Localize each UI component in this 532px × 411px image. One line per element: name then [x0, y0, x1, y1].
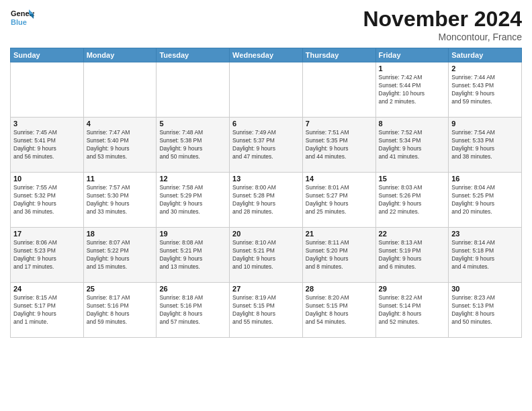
cell-3-2: 19Sunrise: 8:08 AM Sunset: 5:21 PM Dayli… [157, 228, 230, 283]
day-info: Sunrise: 8:20 AM Sunset: 5:15 PM Dayligh… [306, 294, 373, 326]
cell-2-2: 12Sunrise: 7:58 AM Sunset: 5:29 PM Dayli… [157, 173, 230, 228]
location: Moncontour, France [363, 32, 522, 42]
cell-0-2 [157, 62, 230, 118]
day-info: Sunrise: 8:17 AM Sunset: 5:16 PM Dayligh… [87, 294, 154, 326]
day-info: Sunrise: 8:03 AM Sunset: 5:26 PM Dayligh… [379, 184, 446, 216]
day-info: Sunrise: 8:06 AM Sunset: 5:23 PM Dayligh… [13, 239, 81, 271]
day-info: Sunrise: 7:58 AM Sunset: 5:29 PM Dayligh… [159, 184, 226, 216]
cell-4-0: 24Sunrise: 8:15 AM Sunset: 5:17 PM Dayli… [11, 283, 84, 338]
week-row-2: 10Sunrise: 7:55 AM Sunset: 5:32 PM Dayli… [11, 173, 522, 228]
day-info: Sunrise: 7:51 AM Sunset: 5:35 PM Dayligh… [306, 129, 373, 161]
day-number: 12 [159, 175, 226, 183]
header: General Blue November 2024 Moncontour, F… [10, 7, 522, 42]
day-number: 30 [451, 285, 519, 293]
day-info: Sunrise: 8:08 AM Sunset: 5:21 PM Dayligh… [159, 239, 226, 271]
cell-1-6: 9Sunrise: 7:54 AM Sunset: 5:33 PM Daylig… [449, 118, 522, 173]
day-number: 28 [306, 285, 373, 293]
calendar-table: Sunday Monday Tuesday Wednesday Thursday… [10, 48, 522, 338]
cell-1-0: 3Sunrise: 7:45 AM Sunset: 5:41 PM Daylig… [11, 118, 84, 173]
col-tuesday: Tuesday [157, 48, 230, 62]
day-info: Sunrise: 8:10 AM Sunset: 5:21 PM Dayligh… [232, 239, 300, 271]
day-info: Sunrise: 8:22 AM Sunset: 5:14 PM Dayligh… [379, 294, 446, 326]
cell-4-3: 27Sunrise: 8:19 AM Sunset: 5:15 PM Dayli… [230, 283, 303, 338]
cell-4-2: 26Sunrise: 8:18 AM Sunset: 5:16 PM Dayli… [157, 283, 230, 338]
col-friday: Friday [375, 48, 449, 62]
day-number: 23 [451, 230, 519, 238]
day-info: Sunrise: 7:47 AM Sunset: 5:40 PM Dayligh… [87, 129, 154, 161]
page: General Blue November 2024 Moncontour, F… [0, 0, 532, 411]
day-info: Sunrise: 7:57 AM Sunset: 5:30 PM Dayligh… [87, 184, 154, 216]
cell-1-2: 5Sunrise: 7:48 AM Sunset: 5:38 PM Daylig… [157, 118, 230, 173]
cell-4-1: 25Sunrise: 8:17 AM Sunset: 5:16 PM Dayli… [83, 283, 157, 338]
cell-2-3: 13Sunrise: 8:00 AM Sunset: 5:28 PM Dayli… [230, 173, 303, 228]
cell-1-3: 6Sunrise: 7:49 AM Sunset: 5:37 PM Daylig… [230, 118, 303, 173]
cell-0-5: 1Sunrise: 7:42 AM Sunset: 5:44 PM Daylig… [375, 62, 449, 118]
day-number: 10 [13, 175, 81, 183]
cell-4-4: 28Sunrise: 8:20 AM Sunset: 5:15 PM Dayli… [302, 283, 375, 338]
day-info: Sunrise: 8:07 AM Sunset: 5:22 PM Dayligh… [87, 239, 154, 271]
day-number: 13 [232, 175, 300, 183]
cell-0-3 [230, 62, 303, 118]
cell-3-0: 17Sunrise: 8:06 AM Sunset: 5:23 PM Dayli… [11, 228, 84, 283]
cell-4-5: 29Sunrise: 8:22 AM Sunset: 5:14 PM Dayli… [375, 283, 449, 338]
day-info: Sunrise: 8:01 AM Sunset: 5:27 PM Dayligh… [306, 184, 373, 216]
cell-1-4: 7Sunrise: 7:51 AM Sunset: 5:35 PM Daylig… [302, 118, 375, 173]
week-row-4: 24Sunrise: 8:15 AM Sunset: 5:17 PM Dayli… [11, 283, 522, 338]
day-info: Sunrise: 7:44 AM Sunset: 5:43 PM Dayligh… [451, 74, 519, 106]
calendar-body: 1Sunrise: 7:42 AM Sunset: 5:44 PM Daylig… [11, 62, 522, 338]
day-number: 6 [232, 120, 300, 128]
cell-0-6: 2Sunrise: 7:44 AM Sunset: 5:43 PM Daylig… [449, 62, 522, 118]
day-number: 3 [13, 120, 81, 128]
svg-text:Blue: Blue [11, 18, 27, 26]
month-title: November 2024 [363, 7, 522, 32]
day-info: Sunrise: 7:45 AM Sunset: 5:41 PM Dayligh… [13, 129, 81, 161]
day-number: 21 [306, 230, 373, 238]
day-info: Sunrise: 8:11 AM Sunset: 5:20 PM Dayligh… [306, 239, 373, 271]
day-number: 11 [87, 175, 154, 183]
day-number: 26 [159, 285, 226, 293]
cell-2-5: 15Sunrise: 8:03 AM Sunset: 5:26 PM Dayli… [375, 173, 449, 228]
week-row-0: 1Sunrise: 7:42 AM Sunset: 5:44 PM Daylig… [11, 62, 522, 118]
day-number: 29 [379, 285, 446, 293]
day-number: 18 [87, 230, 154, 238]
day-info: Sunrise: 7:52 AM Sunset: 5:34 PM Dayligh… [379, 129, 446, 161]
header-row: Sunday Monday Tuesday Wednesday Thursday… [11, 48, 522, 62]
day-info: Sunrise: 8:04 AM Sunset: 5:25 PM Dayligh… [451, 184, 519, 216]
day-info: Sunrise: 8:19 AM Sunset: 5:15 PM Dayligh… [232, 294, 300, 326]
day-info: Sunrise: 7:55 AM Sunset: 5:32 PM Dayligh… [13, 184, 81, 216]
cell-3-3: 20Sunrise: 8:10 AM Sunset: 5:21 PM Dayli… [230, 228, 303, 283]
day-info: Sunrise: 8:13 AM Sunset: 5:19 PM Dayligh… [379, 239, 446, 271]
day-number: 2 [451, 64, 519, 73]
day-number: 9 [451, 120, 519, 128]
col-saturday: Saturday [449, 48, 522, 62]
col-monday: Monday [83, 48, 157, 62]
cell-3-1: 18Sunrise: 8:07 AM Sunset: 5:22 PM Dayli… [83, 228, 157, 283]
day-number: 27 [232, 285, 300, 293]
cell-3-5: 22Sunrise: 8:13 AM Sunset: 5:19 PM Dayli… [375, 228, 449, 283]
cell-2-0: 10Sunrise: 7:55 AM Sunset: 5:32 PM Dayli… [11, 173, 84, 228]
cell-0-0 [11, 62, 84, 118]
day-info: Sunrise: 7:49 AM Sunset: 5:37 PM Dayligh… [232, 129, 300, 161]
day-info: Sunrise: 8:00 AM Sunset: 5:28 PM Dayligh… [232, 184, 300, 216]
cell-0-4 [302, 62, 375, 118]
day-number: 25 [87, 285, 154, 293]
day-info: Sunrise: 7:54 AM Sunset: 5:33 PM Dayligh… [451, 129, 519, 161]
col-wednesday: Wednesday [230, 48, 303, 62]
day-number: 22 [379, 230, 446, 238]
day-number: 4 [87, 120, 154, 128]
day-info: Sunrise: 7:42 AM Sunset: 5:44 PM Dayligh… [379, 74, 446, 106]
logo: General Blue [10, 7, 34, 31]
week-row-1: 3Sunrise: 7:45 AM Sunset: 5:41 PM Daylig… [11, 118, 522, 173]
day-number: 8 [379, 120, 446, 128]
day-number: 14 [306, 175, 373, 183]
cell-0-1 [83, 62, 157, 118]
calendar-header: Sunday Monday Tuesday Wednesday Thursday… [11, 48, 522, 62]
day-info: Sunrise: 7:48 AM Sunset: 5:38 PM Dayligh… [159, 129, 226, 161]
col-sunday: Sunday [11, 48, 84, 62]
day-info: Sunrise: 8:23 AM Sunset: 5:13 PM Dayligh… [451, 294, 519, 326]
day-info: Sunrise: 8:15 AM Sunset: 5:17 PM Dayligh… [13, 294, 81, 326]
cell-2-4: 14Sunrise: 8:01 AM Sunset: 5:27 PM Dayli… [302, 173, 375, 228]
cell-2-1: 11Sunrise: 7:57 AM Sunset: 5:30 PM Dayli… [83, 173, 157, 228]
cell-4-6: 30Sunrise: 8:23 AM Sunset: 5:13 PM Dayli… [449, 283, 522, 338]
day-number: 15 [379, 175, 446, 183]
